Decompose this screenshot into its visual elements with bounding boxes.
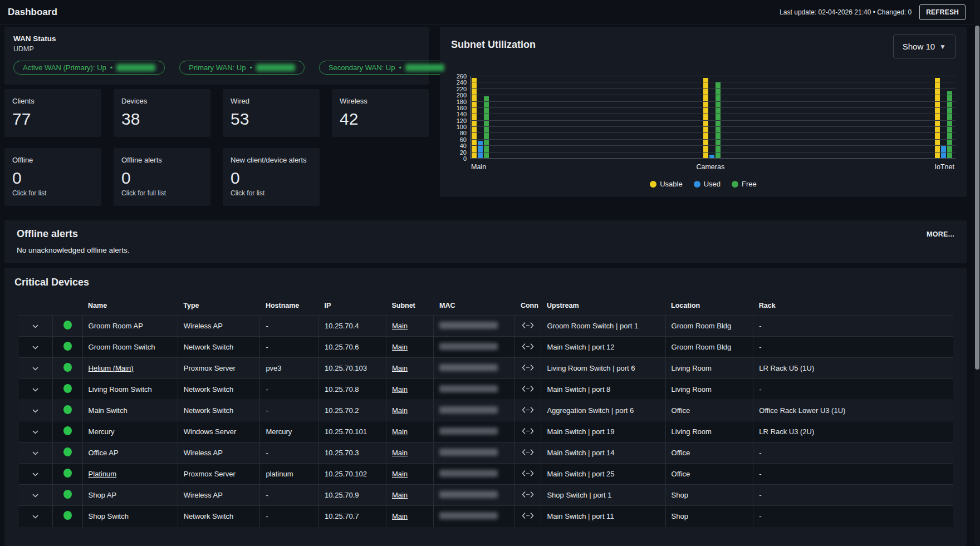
device-name-link[interactable]: Platinum [89,470,117,478]
x-tick-label: Cameras [696,163,724,171]
subnet-link[interactable]: Main [392,364,408,372]
scrollbar-thumb[interactable] [975,26,979,370]
row-expand-chevron-icon[interactable] [32,364,38,372]
y-tick-label: 200 [457,92,467,99]
wan-pill-separator: • [249,63,252,72]
gridline [471,152,955,153]
device-name-link[interactable]: Helium (Main) [89,364,134,372]
stat-card-wired: Wired53 [223,89,320,137]
upstream-cell: Main Switch | port 19 [541,421,665,442]
column-header-mac: MAC [434,297,515,316]
x-tick-label: IoTnet [935,163,954,171]
conn-cell [515,506,541,527]
subnet-cell: Main [386,379,434,400]
subnet-link[interactable]: Main [392,512,408,520]
name-cell: Platinum [82,464,178,485]
name-cell: Shop AP [82,485,178,506]
upstream-cell: Main Switch | port 25 [541,464,665,485]
stat-caption: Click for full list [121,189,203,197]
mac-redacted [439,427,498,435]
column-header-hostname: Hostname [260,297,319,316]
ip-cell: 10.25.70.6 [319,337,386,358]
row-expand-chevron-icon[interactable] [32,406,38,415]
stat-value: 0 [12,169,94,187]
stat-card-offline-alerts[interactable]: Offline alerts0Click for full list [114,148,210,206]
hostname-cell: platinum [260,464,319,485]
mac-redacted [439,385,498,392]
row-expand-chevron-icon[interactable] [32,343,38,351]
conn-cell [515,316,541,337]
subnet-cell: Main [386,358,434,379]
stat-label: Clients [12,97,94,105]
more-link[interactable]: MORE... [927,230,954,238]
status-dot-online [63,384,72,393]
location-cell: Living Room [665,421,753,442]
column-header [19,297,52,316]
mac-cell [434,379,515,400]
refresh-button[interactable]: REFRESH [919,4,966,20]
wired-connection-icon [522,428,534,436]
page-title: Dashboard [8,7,57,18]
rack-cell: - [753,485,953,506]
subnet-link[interactable]: Main [392,470,408,478]
upstream-cell: Living Room Switch | port 6 [541,358,665,379]
subnet-link[interactable]: Main [392,491,408,499]
conn-cell [515,337,541,358]
wan-pill-label: Primary WAN: Up [189,63,246,72]
stat-card-offline[interactable]: Offline0Click for list [4,148,101,206]
row-expand-chevron-icon[interactable] [32,322,38,330]
subnet-link[interactable]: Main [392,427,408,436]
device-name: Groom Room AP [89,322,143,330]
mac-cell [434,442,515,464]
ip-cell: 10.25.70.103 [319,358,386,379]
y-tick-label: 160 [457,105,467,111]
expand-cell [19,358,52,379]
name-cell: Groom Room Switch [82,337,178,358]
table-row: Living Room SwitchNetwork Switch-10.25.7… [19,379,953,400]
gridline [471,132,955,133]
hostname-cell: pve3 [260,358,319,379]
bar-free-main [484,96,489,159]
subnet-link[interactable]: Main [392,449,408,457]
subnet-link[interactable]: Main [392,406,408,415]
hostname-cell: - [260,379,319,400]
mac-redacted [439,364,498,371]
gridline [471,145,955,146]
status-cell [52,316,82,337]
stat-card-new-client-device-alerts[interactable]: New client/device alerts0Click for list [223,148,320,206]
row-expand-chevron-icon[interactable] [32,385,38,393]
row-expand-chevron-icon[interactable] [32,512,38,520]
location-cell: Office [665,400,753,421]
status-dot-online [63,469,72,478]
ip-cell: 10.25.70.101 [319,421,386,442]
name-cell: Living Room Switch [82,379,178,400]
stat-label: Wireless [340,97,421,105]
name-cell: Groom Room AP [82,316,178,337]
mac-redacted [439,512,498,519]
ip-cell: 10.25.70.7 [319,506,386,527]
mac-cell [434,337,515,358]
hostname-cell: Mercury [260,421,319,442]
row-expand-chevron-icon[interactable] [32,449,38,457]
row-expand-chevron-icon[interactable] [32,427,38,436]
show-count-dropdown[interactable]: Show 10 ▼ [893,35,955,58]
mac-cell [434,358,515,379]
wan-pill-label: Active WAN (Primary): Up [23,63,106,72]
expand-cell [19,442,52,464]
conn-cell [515,421,541,442]
rack-cell: - [753,506,953,527]
wan-status-title: WAN Status [13,35,420,43]
subnet-link[interactable]: Main [392,322,408,330]
wan-pill-separator: • [110,63,113,72]
row-expand-chevron-icon[interactable] [32,491,38,499]
subnet-link[interactable]: Main [392,385,408,393]
row-expand-chevron-icon[interactable] [32,470,38,478]
subnet-cell: Main [386,485,434,506]
device-name: Living Room Switch [89,385,152,393]
offline-alerts-title: Offline alerts [17,228,78,240]
location-cell: Groom Room Bldg [665,316,753,337]
subnet-link[interactable]: Main [392,343,408,351]
type-cell: Network Switch [178,337,260,358]
chart-x-axis: MainCamerasIoTnet [470,159,955,171]
hostname-cell: - [260,337,319,358]
